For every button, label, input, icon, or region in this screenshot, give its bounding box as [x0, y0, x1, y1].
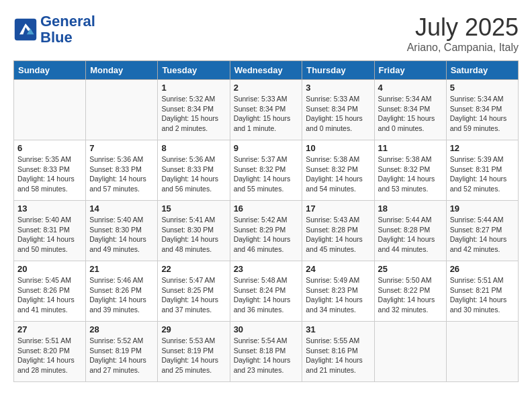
day-number: 16	[234, 203, 299, 214]
calendar-cell: 28Sunrise: 5:52 AMSunset: 8:19 PMDayligh…	[86, 322, 158, 382]
day-number: 8	[161, 143, 226, 153]
calendar-cell	[14, 80, 86, 140]
day-info: Sunrise: 5:44 AMSunset: 8:27 PMDaylight:…	[450, 216, 507, 253]
calendar-cell: 29Sunrise: 5:53 AMSunset: 8:19 PMDayligh…	[158, 322, 230, 382]
calendar-cell: 3Sunrise: 5:33 AMSunset: 8:34 PMDaylight…	[302, 80, 374, 140]
calendar-cell: 8Sunrise: 5:36 AMSunset: 8:33 PMDaylight…	[158, 140, 230, 201]
day-info: Sunrise: 5:53 AMSunset: 8:19 PMDaylight:…	[161, 336, 218, 374]
day-number: 14	[89, 203, 154, 214]
calendar-week-3: 13Sunrise: 5:40 AMSunset: 8:31 PMDayligh…	[14, 201, 519, 261]
calendar-week-2: 6Sunrise: 5:35 AMSunset: 8:33 PMDaylight…	[14, 140, 519, 201]
day-info: Sunrise: 5:51 AMSunset: 8:21 PMDaylight:…	[450, 276, 507, 314]
day-number: 31	[306, 324, 370, 334]
calendar-cell: 15Sunrise: 5:41 AMSunset: 8:30 PMDayligh…	[158, 201, 230, 261]
day-number: 7	[89, 143, 154, 153]
calendar-cell: 21Sunrise: 5:46 AMSunset: 8:26 PMDayligh…	[86, 261, 158, 322]
day-number: 28	[89, 324, 154, 334]
day-info: Sunrise: 5:40 AMSunset: 8:31 PMDaylight:…	[17, 216, 75, 253]
day-info: Sunrise: 5:35 AMSunset: 8:33 PMDaylight:…	[17, 155, 75, 193]
day-number: 25	[378, 264, 443, 274]
day-info: Sunrise: 5:47 AMSunset: 8:25 PMDaylight:…	[161, 276, 218, 314]
calendar-cell: 23Sunrise: 5:48 AMSunset: 8:24 PMDayligh…	[230, 261, 302, 322]
day-number: 27	[17, 324, 82, 334]
calendar-cell: 30Sunrise: 5:54 AMSunset: 8:18 PMDayligh…	[230, 322, 302, 382]
calendar-week-5: 27Sunrise: 5:51 AMSunset: 8:20 PMDayligh…	[14, 322, 519, 382]
day-number: 19	[450, 203, 515, 214]
day-info: Sunrise: 5:48 AMSunset: 8:24 PMDaylight:…	[234, 276, 291, 314]
calendar-cell: 5Sunrise: 5:34 AMSunset: 8:34 PMDaylight…	[446, 80, 518, 140]
calendar-cell: 10Sunrise: 5:38 AMSunset: 8:32 PMDayligh…	[302, 140, 374, 201]
day-number: 10	[306, 143, 370, 153]
day-number: 17	[306, 203, 370, 214]
day-info: Sunrise: 5:41 AMSunset: 8:30 PMDaylight:…	[161, 216, 218, 253]
day-number: 29	[161, 324, 226, 334]
day-info: Sunrise: 5:37 AMSunset: 8:32 PMDaylight:…	[234, 155, 291, 193]
day-info: Sunrise: 5:55 AMSunset: 8:16 PMDaylight:…	[306, 336, 363, 374]
calendar-cell: 19Sunrise: 5:44 AMSunset: 8:27 PMDayligh…	[446, 201, 518, 261]
calendar-week-4: 20Sunrise: 5:45 AMSunset: 8:26 PMDayligh…	[14, 261, 519, 322]
calendar-cell: 16Sunrise: 5:42 AMSunset: 8:29 PMDayligh…	[230, 201, 302, 261]
calendar-cell	[446, 322, 518, 382]
day-info: Sunrise: 5:46 AMSunset: 8:26 PMDaylight:…	[89, 276, 146, 314]
day-number: 1	[161, 83, 226, 93]
header-wednesday: Wednesday	[230, 61, 302, 80]
logo-line2: Blue	[40, 30, 95, 46]
day-info: Sunrise: 5:34 AMSunset: 8:34 PMDaylight:…	[450, 95, 507, 132]
header-saturday: Saturday	[446, 61, 518, 80]
calendar-cell: 26Sunrise: 5:51 AMSunset: 8:21 PMDayligh…	[446, 261, 518, 322]
day-info: Sunrise: 5:45 AMSunset: 8:26 PMDaylight:…	[17, 276, 75, 314]
day-info: Sunrise: 5:49 AMSunset: 8:23 PMDaylight:…	[306, 276, 363, 314]
day-number: 11	[378, 143, 443, 153]
calendar-cell: 17Sunrise: 5:43 AMSunset: 8:28 PMDayligh…	[302, 201, 374, 261]
day-number: 15	[161, 203, 226, 214]
day-info: Sunrise: 5:51 AMSunset: 8:20 PMDaylight:…	[17, 336, 75, 374]
day-number: 3	[306, 83, 370, 93]
logo-text: General Blue	[40, 13, 95, 46]
calendar-week-1: 1Sunrise: 5:32 AMSunset: 8:34 PMDaylight…	[14, 80, 519, 140]
day-number: 13	[17, 203, 82, 214]
logo-icon	[13, 17, 38, 42]
svg-rect-0	[15, 19, 36, 40]
header-monday: Monday	[86, 61, 158, 80]
header-tuesday: Tuesday	[158, 61, 230, 80]
calendar-cell: 7Sunrise: 5:36 AMSunset: 8:33 PMDaylight…	[86, 140, 158, 201]
calendar-cell: 9Sunrise: 5:37 AMSunset: 8:32 PMDaylight…	[230, 140, 302, 201]
day-number: 9	[234, 143, 299, 153]
header-sunday: Sunday	[14, 61, 86, 80]
calendar-cell: 12Sunrise: 5:39 AMSunset: 8:31 PMDayligh…	[446, 140, 518, 201]
month-title: July 2025	[407, 13, 519, 42]
calendar-cell: 31Sunrise: 5:55 AMSunset: 8:16 PMDayligh…	[302, 322, 374, 382]
day-number: 20	[17, 264, 82, 274]
day-info: Sunrise: 5:33 AMSunset: 8:34 PMDaylight:…	[234, 95, 291, 132]
calendar-cell: 22Sunrise: 5:47 AMSunset: 8:25 PMDayligh…	[158, 261, 230, 322]
day-number: 26	[450, 264, 515, 274]
calendar-cell: 13Sunrise: 5:40 AMSunset: 8:31 PMDayligh…	[14, 201, 86, 261]
page-header: General Blue July 2025 Ariano, Campania,…	[13, 13, 519, 54]
day-info: Sunrise: 5:42 AMSunset: 8:29 PMDaylight:…	[234, 216, 291, 253]
day-number: 24	[306, 264, 370, 274]
calendar-cell: 24Sunrise: 5:49 AMSunset: 8:23 PMDayligh…	[302, 261, 374, 322]
logo: General Blue	[13, 13, 95, 46]
day-number: 30	[234, 324, 299, 334]
day-info: Sunrise: 5:39 AMSunset: 8:31 PMDaylight:…	[450, 155, 507, 193]
calendar-cell: 27Sunrise: 5:51 AMSunset: 8:20 PMDayligh…	[14, 322, 86, 382]
day-number: 4	[378, 83, 443, 93]
calendar-cell: 11Sunrise: 5:38 AMSunset: 8:32 PMDayligh…	[374, 140, 446, 201]
day-number: 22	[161, 264, 226, 274]
day-info: Sunrise: 5:33 AMSunset: 8:34 PMDaylight:…	[306, 95, 363, 132]
day-info: Sunrise: 5:52 AMSunset: 8:19 PMDaylight:…	[89, 336, 146, 374]
calendar-cell: 18Sunrise: 5:44 AMSunset: 8:28 PMDayligh…	[374, 201, 446, 261]
calendar-header-row: SundayMondayTuesdayWednesdayThursdayFrid…	[14, 61, 519, 80]
day-number: 18	[378, 203, 443, 214]
day-info: Sunrise: 5:32 AMSunset: 8:34 PMDaylight:…	[161, 95, 218, 132]
header-friday: Friday	[374, 61, 446, 80]
day-number: 2	[234, 83, 299, 93]
day-number: 5	[450, 83, 515, 93]
calendar-cell: 14Sunrise: 5:40 AMSunset: 8:30 PMDayligh…	[86, 201, 158, 261]
calendar-cell	[86, 80, 158, 140]
calendar-cell	[374, 322, 446, 382]
calendar-table: SundayMondayTuesdayWednesdayThursdayFrid…	[13, 60, 519, 382]
calendar-cell: 20Sunrise: 5:45 AMSunset: 8:26 PMDayligh…	[14, 261, 86, 322]
logo-line1: General	[40, 13, 95, 30]
day-number: 12	[450, 143, 515, 153]
